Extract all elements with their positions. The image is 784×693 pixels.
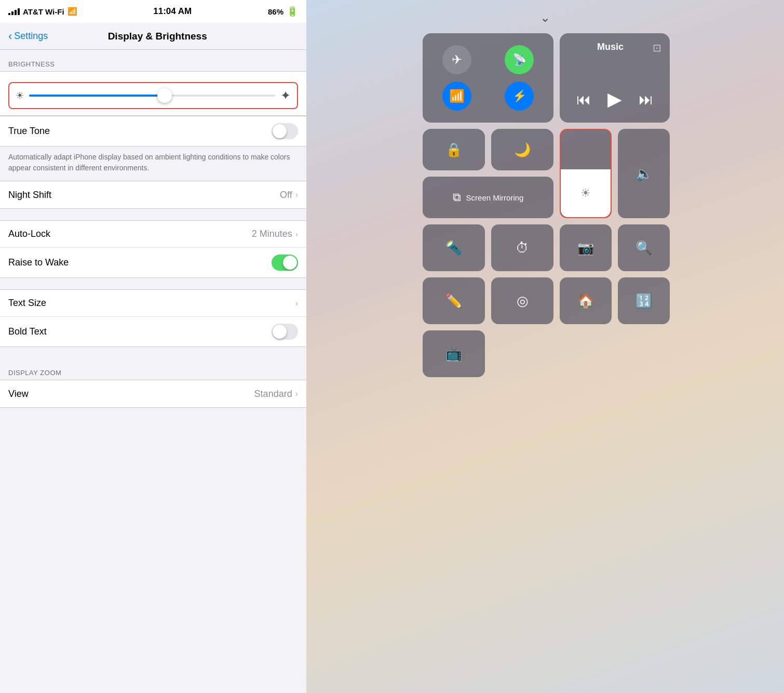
- brightness-section: ☀ ✦: [0, 71, 306, 116]
- true-tone-toggle[interactable]: [272, 123, 298, 139]
- fast-forward-button[interactable]: ⏭: [639, 91, 653, 108]
- spacer-1: [0, 209, 306, 220]
- notes-icon: ✏️: [445, 293, 462, 309]
- signal-bars-icon: [8, 8, 20, 15]
- raise-to-wake-toggle-knob: [283, 256, 297, 270]
- cellular-icon: 📡: [512, 53, 526, 66]
- connectivity-tile[interactable]: ✈ 📡 📶 ⚡: [423, 33, 553, 123]
- flashlight-tile[interactable]: 🔦: [423, 224, 485, 271]
- settings-panel: AT&T Wi-Fi 📶 11:04 AM 86% 🔋 ‹ Settings D…: [0, 0, 306, 693]
- lock-wake-group: Auto-Lock 2 Minutes › Raise to Wake: [0, 220, 306, 278]
- home-tile[interactable]: 🏠: [560, 277, 612, 324]
- cellular-button[interactable]: 📡: [505, 45, 534, 74]
- airplane-icon: ✈: [452, 52, 462, 67]
- shazam-icon: ◎: [517, 293, 529, 309]
- music-controls: ⏮ ▶ ⏭: [568, 84, 661, 114]
- brightness-section-header: BRIGHTNESS: [0, 50, 306, 71]
- auto-lock-row[interactable]: Auto-Lock 2 Minutes ›: [0, 221, 306, 248]
- bold-text-toggle-knob: [273, 325, 287, 339]
- wifi-button[interactable]: 📶: [442, 82, 471, 111]
- true-tone-label: True Tone: [8, 126, 272, 137]
- nav-bar: ‹ Settings Display & Brightness: [0, 23, 306, 50]
- brightness-sun-icon: ☀: [580, 186, 591, 200]
- timer-tile[interactable]: ⏱: [491, 224, 553, 271]
- screen-mirroring-tile[interactable]: ⧉ Screen Mirroring: [423, 177, 553, 218]
- rotation-lock-icon: 🔒: [445, 142, 462, 158]
- music-tile[interactable]: Music ⊡ ⏮ ▶ ⏭: [560, 33, 670, 123]
- battery-icon: 🔋: [287, 6, 298, 17]
- brightness-slider-row[interactable]: ☀ ✦: [8, 82, 298, 109]
- true-tone-row: True Tone: [0, 116, 306, 146]
- text-size-row[interactable]: Text Size ›: [0, 290, 306, 317]
- notes-tile[interactable]: ✏️: [423, 277, 485, 324]
- calculator-icon: 🔢: [636, 293, 652, 309]
- settings-content: BRIGHTNESS ☀ ✦ True Tone Automatically a…: [0, 50, 306, 693]
- status-left: AT&T Wi-Fi 📶: [8, 7, 77, 16]
- do-not-disturb-tile[interactable]: 🌙: [491, 129, 553, 170]
- shazam-tile[interactable]: ◎: [491, 277, 553, 324]
- back-chevron-icon: ‹: [8, 30, 12, 43]
- raise-to-wake-row: Raise to Wake: [0, 248, 306, 277]
- text-group: Text Size › Bold Text: [0, 289, 306, 347]
- screen-mirroring-label: Screen Mirroring: [466, 193, 524, 202]
- bluetooth-button[interactable]: ⚡: [505, 82, 534, 111]
- back-button[interactable]: ‹ Settings: [8, 30, 48, 43]
- night-shift-label: Night Shift: [8, 190, 280, 201]
- airplay-icon[interactable]: ⊡: [653, 42, 661, 54]
- volume-control-tile[interactable]: 🔈: [618, 129, 670, 218]
- music-title: Music: [568, 42, 653, 52]
- wifi-icon: 📶: [67, 7, 77, 16]
- night-shift-group: Night Shift Off ›: [0, 181, 306, 209]
- bold-text-toggle[interactable]: [272, 324, 298, 340]
- auto-lock-label: Auto-Lock: [8, 229, 252, 239]
- music-top: Music ⊡: [568, 42, 661, 54]
- display-zoom-group: View Standard ›: [0, 380, 306, 408]
- spacer-3: [0, 347, 306, 358]
- brightness-slider-thumb[interactable]: [157, 88, 172, 103]
- view-label: View: [8, 389, 254, 399]
- rewind-button[interactable]: ⏮: [576, 91, 591, 108]
- magnifier-tile[interactable]: 🔍: [618, 224, 670, 271]
- brightness-slider-fill: [29, 95, 165, 97]
- status-right: 86% 🔋: [268, 6, 298, 17]
- bold-text-row: Bold Text: [0, 317, 306, 346]
- night-shift-value: Off: [280, 190, 292, 201]
- night-shift-row[interactable]: Night Shift Off ›: [0, 181, 306, 208]
- moon-icon: 🌙: [514, 142, 531, 158]
- screen-mirroring-icon: ⧉: [453, 191, 461, 204]
- auto-lock-chevron-icon: ›: [295, 230, 298, 239]
- auto-lock-value: 2 Minutes: [252, 229, 292, 239]
- brightness-slider-track[interactable]: [29, 95, 275, 97]
- true-tone-toggle-knob: [273, 124, 287, 138]
- airplane-mode-button[interactable]: ✈: [442, 45, 471, 74]
- raise-to-wake-toggle[interactable]: [272, 255, 298, 271]
- night-shift-chevron-icon: ›: [295, 190, 298, 199]
- play-button[interactable]: ▶: [607, 88, 622, 110]
- spacer-2: [0, 278, 306, 289]
- magnifier-icon: 🔍: [636, 240, 652, 256]
- calculator-tile[interactable]: 🔢: [618, 277, 670, 324]
- camera-tile[interactable]: 📷: [560, 224, 612, 271]
- rotation-lock-tile[interactable]: 🔒: [423, 129, 485, 170]
- true-tone-group: True Tone: [0, 116, 306, 146]
- brightness-high-icon: ✦: [280, 88, 291, 103]
- brightness-low-icon: ☀: [16, 90, 24, 101]
- wifi-cc-icon: 📶: [449, 89, 465, 103]
- control-center-chevron-icon[interactable]: ⌄: [540, 10, 550, 25]
- brightness-bar-container: ☀: [561, 130, 611, 217]
- text-size-chevron-icon: ›: [295, 299, 298, 308]
- brightness-control-tile[interactable]: ☀: [560, 129, 612, 218]
- camera-icon: 📷: [577, 240, 594, 256]
- flashlight-icon: 🔦: [445, 240, 462, 256]
- text-size-label: Text Size: [8, 298, 295, 309]
- view-value: Standard: [254, 389, 292, 399]
- time-label: 11:04 AM: [153, 6, 192, 17]
- back-label[interactable]: Settings: [14, 31, 48, 42]
- volume-icon: 🔈: [636, 166, 652, 182]
- conn-bottom-row: 📶 ⚡: [431, 82, 545, 111]
- view-row[interactable]: View Standard ›: [0, 380, 306, 407]
- remote-tile[interactable]: 📺: [423, 330, 485, 377]
- view-chevron-icon: ›: [295, 389, 298, 398]
- bold-text-label: Bold Text: [8, 326, 272, 337]
- timer-icon: ⏱: [516, 240, 529, 256]
